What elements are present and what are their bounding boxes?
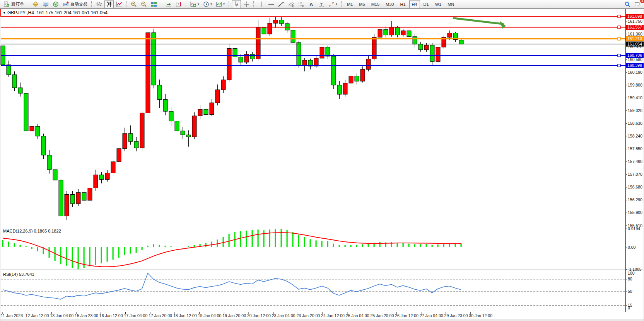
candle-body xyxy=(47,155,51,170)
candle-body xyxy=(302,60,307,66)
macd-histogram-bar xyxy=(246,231,247,247)
chart-shift-button[interactable] xyxy=(174,0,183,8)
timeframe-button-h4[interactable]: H4 xyxy=(409,0,420,8)
candle-body xyxy=(12,75,17,88)
macd-histogram-bar xyxy=(72,247,73,268)
timeframe-button-w1[interactable]: W1 xyxy=(432,0,444,8)
line-chart-button[interactable] xyxy=(114,0,124,8)
macd-histogram-bar xyxy=(31,247,32,249)
signals-button[interactable] xyxy=(51,0,60,8)
line-handle[interactable] xyxy=(618,64,620,67)
candle-body xyxy=(239,57,243,62)
candle-body xyxy=(53,170,57,180)
line-handle[interactable] xyxy=(618,37,620,40)
macd-histogram-bar xyxy=(379,242,381,247)
strategy-tester-button[interactable] xyxy=(31,0,40,8)
macd-histogram-bar xyxy=(321,241,323,247)
candle-body xyxy=(366,59,371,69)
candle-body xyxy=(268,23,272,34)
macd-histogram-bar xyxy=(37,247,38,251)
candle-body xyxy=(198,109,202,116)
macd-histogram-bar xyxy=(14,243,15,247)
templates-button[interactable]: ▾ xyxy=(214,0,226,8)
macd-histogram-bar xyxy=(333,244,334,247)
timeframe-button-mn[interactable]: MN xyxy=(445,0,457,8)
candle-body xyxy=(181,131,185,135)
candle-body xyxy=(30,126,34,131)
new-order-button-label: 新订单 xyxy=(11,1,24,7)
candle-chart-button[interactable] xyxy=(104,0,114,8)
autotrading-button[interactable]: 自动交易 xyxy=(61,0,89,8)
bar-chart-button[interactable] xyxy=(94,0,104,8)
arrows-button[interactable]: ▾ xyxy=(327,0,339,8)
hline-button[interactable] xyxy=(266,0,276,8)
timeframe-button-m5[interactable]: M5 xyxy=(356,0,367,8)
cursor-button[interactable] xyxy=(232,0,241,8)
label-button[interactable]: T xyxy=(317,0,326,8)
candle-body xyxy=(436,47,440,61)
line-chart-icon xyxy=(116,1,122,7)
indicators-button-caret[interactable]: ▾ xyxy=(198,2,199,6)
candle-body xyxy=(82,192,86,200)
price-tick-label: 158.240 xyxy=(628,134,642,138)
timeframe-button-m30[interactable]: M30 xyxy=(383,0,396,8)
timeframe-button-m1[interactable]: M1 xyxy=(344,0,355,8)
timeframe-button-h1[interactable]: H1 xyxy=(397,0,408,8)
candle-body xyxy=(291,30,295,42)
new-order-button[interactable]: 新订单 xyxy=(2,0,26,8)
toolbar-separator xyxy=(341,1,343,7)
chart-canvas[interactable]: 161.750161.360160.970160.580160.190159.8… xyxy=(0,8,644,321)
zoom-in-button[interactable] xyxy=(129,0,138,8)
templates-button-caret[interactable]: ▾ xyxy=(223,2,225,6)
terminal-button[interactable] xyxy=(41,0,50,8)
vline-icon xyxy=(258,1,264,7)
new-order-icon xyxy=(3,1,10,7)
candle-chart-icon xyxy=(106,1,112,7)
periods-button[interactable]: ▾ xyxy=(202,0,214,8)
text-button[interactable]: A xyxy=(307,0,316,8)
arrows-button-caret[interactable]: ▾ xyxy=(336,2,337,6)
auto-scroll-button[interactable] xyxy=(164,0,173,8)
crosshair-button[interactable] xyxy=(242,0,251,8)
macd-histogram-bar xyxy=(449,243,450,247)
candle-body xyxy=(7,65,11,75)
macd-histogram-bar xyxy=(165,246,166,247)
candle-body xyxy=(163,100,167,112)
trendline-button[interactable] xyxy=(277,0,286,8)
macd-histogram-bar xyxy=(292,232,294,247)
indicators-button[interactable]: ▾ xyxy=(189,0,201,8)
arrows-icon xyxy=(328,1,335,7)
candle-body xyxy=(331,56,336,85)
vline-button[interactable] xyxy=(256,0,266,8)
timeframe-button-d1[interactable]: D1 xyxy=(421,0,432,8)
channel-button[interactable]: E xyxy=(287,0,296,8)
toolbar-separator xyxy=(253,1,255,7)
macd-histogram-bar xyxy=(78,247,79,269)
macd-histogram-bar xyxy=(258,229,259,247)
macd-histogram-bar xyxy=(124,247,125,255)
candle-body xyxy=(297,42,301,65)
periods-button-caret[interactable]: ▾ xyxy=(210,2,212,6)
candle-body xyxy=(134,141,138,148)
trendline-icon xyxy=(278,1,284,7)
search-button[interactable] xyxy=(623,0,632,8)
candle-body xyxy=(117,149,121,162)
crosshair-icon xyxy=(243,1,249,7)
channel-icon: E xyxy=(288,1,294,7)
left-edge-marker xyxy=(0,9,1,17)
clock-icon xyxy=(203,1,209,7)
svg-text:A: A xyxy=(309,2,313,7)
fibonacci-button[interactable]: F xyxy=(297,0,306,8)
line-handle[interactable] xyxy=(618,15,620,18)
price-tick-label: 157.460 xyxy=(628,159,642,164)
candle-body xyxy=(76,192,80,204)
macd-histogram-bar xyxy=(362,244,363,247)
line-handle[interactable] xyxy=(618,54,620,57)
macd-histogram-bar xyxy=(159,245,160,247)
timeframe-button-m15[interactable]: M15 xyxy=(369,0,382,8)
candle-body xyxy=(256,27,260,59)
line-handle[interactable] xyxy=(618,26,620,29)
candle-body xyxy=(343,83,347,94)
zoom-out-button[interactable] xyxy=(139,0,149,8)
tile-windows-button[interactable] xyxy=(149,0,159,8)
